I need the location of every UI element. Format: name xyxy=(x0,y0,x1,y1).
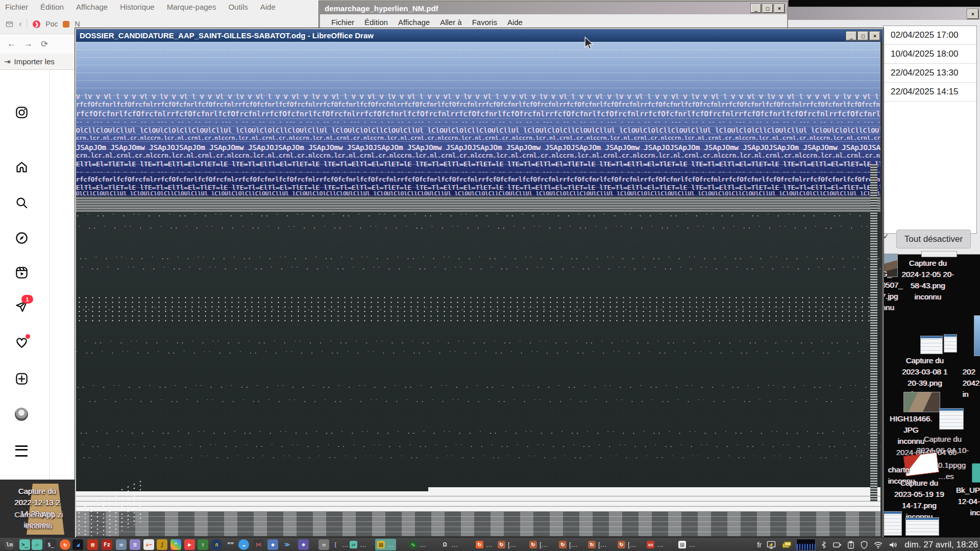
terminal-teal-icon[interactable]: >_ xyxy=(19,539,30,550)
win-refresh-1[interactable]: ↻… xyxy=(474,539,495,550)
wifi-icon[interactable] xyxy=(873,540,884,550)
firefox-menu-item[interactable]: Outils xyxy=(228,3,248,11)
win-bell[interactable]: Ω… xyxy=(439,539,460,550)
firefox-menu-item[interactable]: Marque-pages xyxy=(167,3,216,11)
pdf-menu-item[interactable]: Aller à xyxy=(440,18,462,27)
cloud-blue-icon[interactable]: ☁ xyxy=(238,539,249,550)
bookmark-n-label[interactable]: N xyxy=(75,20,80,28)
braids-dark-icon[interactable]: ⋈ xyxy=(253,539,264,550)
more-menu-icon[interactable] xyxy=(14,443,29,459)
close-icon[interactable]: × xyxy=(774,4,785,13)
pdf-menu-item[interactable]: Fichier xyxy=(331,18,354,27)
wallet-cards-icon[interactable] xyxy=(781,540,792,550)
win-refresh-3[interactable]: ↻[… xyxy=(527,539,550,550)
reminder-dialog-titlebar[interactable] xyxy=(788,7,980,20)
notifications-heart-icon[interactable] xyxy=(14,335,29,350)
bookmark-favicon[interactable] xyxy=(63,21,69,28)
create-post-icon[interactable] xyxy=(14,371,29,386)
quotes-icon[interactable]: ”” xyxy=(225,539,236,550)
keyboard-layout-indicator[interactable]: fr xyxy=(757,540,762,549)
win-refresh-5[interactable]: ↻[… xyxy=(586,539,609,550)
profile-avatar[interactable] xyxy=(14,407,29,422)
maximize-icon[interactable]: □ xyxy=(858,32,868,40)
reminder-timestamp-row[interactable]: 22/04/2025 13:30 xyxy=(884,64,976,83)
reload-icon[interactable]: ⟳ xyxy=(41,39,48,49)
clipboard-icon[interactable] xyxy=(846,540,855,550)
display-settings-icon[interactable] xyxy=(766,540,777,550)
notes-purple-icon[interactable]: ≡ xyxy=(130,539,140,550)
reminder-timestamp-row[interactable]: 10/04/2025 18:00 xyxy=(884,45,976,64)
draw-window-titlebar[interactable]: DOSSIER_CANDIDATURE_AAP_SAINT-GILLES-SAB… xyxy=(76,29,883,42)
security-shield-icon[interactable] xyxy=(860,540,869,550)
pdf-menu-item[interactable]: Édition xyxy=(364,18,388,27)
close-icon[interactable]: × xyxy=(870,32,880,40)
desktop-icon-label[interactable]: 2022042in xyxy=(963,366,980,400)
scanner-red-icon[interactable]: ▦ xyxy=(87,539,98,550)
forward-icon[interactable]: → xyxy=(24,39,33,49)
close-icon[interactable]: × xyxy=(967,9,978,19)
desktop-file-thumbnail[interactable] xyxy=(939,408,964,430)
pdf-menu-item[interactable]: Aide xyxy=(507,18,523,27)
pdf-window-titlebar[interactable]: demarchage_hyperlien_NM.pdf xyxy=(320,2,787,14)
win-refresh-4[interactable]: ↻[… xyxy=(557,539,580,550)
check-icon[interactable]: ✓ xyxy=(883,232,889,240)
bluetooth-icon[interactable] xyxy=(820,540,828,550)
firefox-menu-item[interactable]: Fichier xyxy=(5,3,28,11)
firefox-menu-item[interactable]: Historique xyxy=(120,3,155,11)
win-folder-teal[interactable]: ▱… xyxy=(348,539,369,550)
home-icon[interactable] xyxy=(14,159,29,174)
desktop-file-thumbnail[interactable] xyxy=(921,251,957,257)
battery-icon[interactable] xyxy=(832,540,842,550)
pdf-menu-item[interactable]: Affichage xyxy=(398,18,430,27)
desktop-file-thumbnail[interactable] xyxy=(881,511,902,536)
pocket-bookmark-label[interactable]: Poc xyxy=(45,20,58,28)
desktop-file-thumbnail[interactable] xyxy=(920,336,943,354)
volume-icon[interactable] xyxy=(888,540,898,550)
mail-slate-icon[interactable]: ✉ xyxy=(116,539,127,550)
headphones-navy-icon[interactable]: ∩ xyxy=(211,539,222,550)
mint-menu-icon[interactable]: lm xyxy=(4,539,15,550)
minimize-icon[interactable]: _ xyxy=(846,32,856,40)
explore-compass-icon[interactable] xyxy=(14,230,29,245)
draw-scrollbar-glitched[interactable] xyxy=(870,164,877,501)
desktop-icon-label[interactable]: Bk_UP12-04-inc xyxy=(948,485,980,518)
pocket-icon[interactable]: ❯ xyxy=(33,20,40,28)
terminal-dark-icon[interactable]: $_ xyxy=(45,539,56,550)
desktop-icon-label[interactable]: CameraApp.ziinconnu xyxy=(4,487,74,532)
win-image-active[interactable]: ▤… xyxy=(375,539,396,550)
clock[interactable]: dim. 27 avril, 18:26 xyxy=(902,540,978,550)
desktop-file-thumbnail[interactable] xyxy=(974,315,980,356)
win-refresh-6[interactable]: ↻[… xyxy=(616,539,639,550)
messenger-icon[interactable]: 1 xyxy=(14,298,29,314)
win-monitor-green[interactable]: ∿… xyxy=(407,539,428,550)
desktop-file-thumbnail[interactable] xyxy=(905,517,939,536)
firefox-menu-item[interactable]: Édition xyxy=(40,3,64,11)
files-teal-icon[interactable]: ▱ xyxy=(32,539,42,550)
flow-blue-icon[interactable]: ≫ xyxy=(282,539,292,550)
collapse-chevron-icon[interactable]: ‹ xyxy=(19,19,21,29)
firefox-menu-item[interactable]: Aide xyxy=(260,3,276,11)
calculator-icon[interactable]: +− xyxy=(143,539,154,550)
pdf-menu-item[interactable]: Favoris xyxy=(472,18,497,27)
filezilla-icon[interactable]: Fz xyxy=(102,539,112,550)
firefox-menu-item[interactable]: Affichage xyxy=(76,3,108,11)
win-file-white[interactable]: ▤… xyxy=(676,539,697,550)
desktop-icon-label[interactable]: Capture du2024-12-05 20-58-43.pnginconnu xyxy=(892,258,964,303)
disable-all-button[interactable]: Tout désactiver xyxy=(896,230,971,248)
desktop-file-thumbnail[interactable] xyxy=(972,463,980,483)
desktop-file-thumbnail[interactable] xyxy=(944,334,957,353)
video-red-icon[interactable]: ▶ xyxy=(184,539,195,550)
gold-tool-icon[interactable]: ʃ xyxy=(157,539,167,550)
search-icon[interactable] xyxy=(14,195,29,210)
maximize-icon[interactable]: □ xyxy=(763,4,773,13)
reminder-timestamp-row[interactable]: 22/04/2025 14:15 xyxy=(884,83,976,102)
system-monitor-graph-icon[interactable] xyxy=(796,539,816,550)
minimize-icon[interactable]: _ xyxy=(751,4,761,13)
firefox-orange-icon[interactable]: ↻ xyxy=(60,539,70,550)
win-refresh-2[interactable]: ↻[… xyxy=(496,539,519,550)
win-folder-red[interactable]: ▭… xyxy=(645,539,666,550)
instagram-logo-icon[interactable] xyxy=(14,105,29,120)
reels-icon[interactable] xyxy=(14,265,29,280)
archive-icon[interactable] xyxy=(5,20,14,28)
desktop-file-thumbnail[interactable] xyxy=(903,392,940,412)
